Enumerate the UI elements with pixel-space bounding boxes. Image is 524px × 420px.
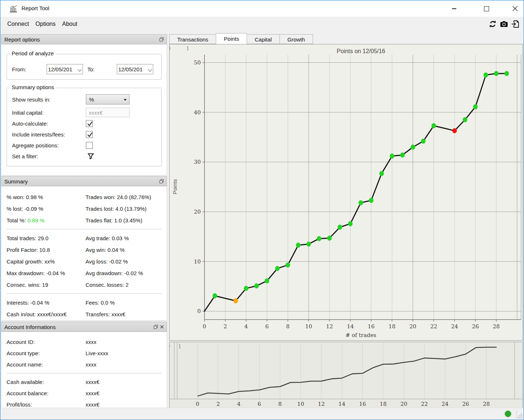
summary-row: Cash in/out: xxxx€/xxxx€Transfers: xxxx€ [1,308,167,320]
svg-text:6: 6 [265,323,269,330]
summary-options-groupbox: Summary options Show results in: % Initi… [7,88,162,166]
close-button[interactable] [507,0,523,17]
summary-body: % won: 0.98 %Trades won: 24.0 (82.76%)% … [1,186,167,321]
svg-text:28: 28 [483,401,490,407]
svg-text:10: 10 [305,323,312,330]
to-label: To: [87,66,117,72]
initial-capital-field[interactable]: xxxx€ [86,108,130,117]
divider [7,373,162,373]
window-title: Report Tool [21,5,49,11]
trade-marker-win [369,198,374,203]
checkmark-icon [86,131,94,139]
summary-row: Total %: 0.89 %Trades flat: 1.0 (3.45%) [1,214,167,226]
float-panel-button[interactable] [159,179,164,183]
trade-marker-win [327,235,332,241]
points-chart-panel: 024681012141618202224262801020304050Poin… [169,44,523,341]
float-panel-button[interactable] [159,37,164,41]
resize-grip[interactable] [518,414,522,418]
period-groupbox: Period of analyze From: 12/05/201 To: 12… [7,54,162,80]
menu-item-options[interactable]: Options [32,17,59,31]
trade-marker-win [338,225,342,230]
toolbar [488,19,520,29]
refresh-button[interactable] [488,19,497,29]
summary-right-cell: Trades lost: 4.0 (13.79%) [86,206,167,212]
svg-text:0: 0 [197,308,201,314]
trade-marker-win [296,242,301,247]
export-button[interactable] [511,19,520,29]
trade-marker-win [317,236,322,241]
maximize-button[interactable] [479,0,495,17]
agregate-positions-row: Agregate positions: [7,140,161,151]
trade-marker-win [463,117,468,122]
statusbar-separator [517,410,517,417]
screenshot-button[interactable] [499,19,509,29]
account-informations-title: Account Informations [4,324,56,330]
summary-row: % won: 0.98 %Trades won: 24.0 (82.76%) [1,191,167,203]
statusbar [1,408,523,419]
summary-title: Summary [4,178,28,185]
svg-text:6: 6 [258,401,261,407]
trade-marker-win [400,152,405,158]
menu-item-connect[interactable]: Connect [4,17,32,31]
menu-item-about[interactable]: About [59,17,81,31]
account-row-label: Profit/loss: [1,401,86,408]
report-options-body: Period of analyze From: 12/05/201 To: 12… [1,44,167,175]
tab-capital[interactable]: Capital [247,34,280,44]
account-row-label: Account ID: [1,339,86,345]
points-line [205,74,507,311]
refresh-icon [488,20,497,28]
include-interests-checkbox[interactable] [86,131,93,138]
svg-text:1: 1 [186,45,190,52]
show-results-combobox[interactable]: % [86,94,130,104]
filter-button[interactable] [87,153,94,160]
svg-text:24: 24 [451,323,458,330]
initial-capital-placeholder: xxxx€ [89,110,103,116]
svg-text:10: 10 [194,258,201,265]
svg-text:10: 10 [297,401,304,407]
trade-marker-win [473,104,478,109]
minimize-icon [452,8,456,9]
tab-points[interactable]: Points [216,33,247,44]
content-area: TransactionsPointsCapitalGrowth 02468101… [168,31,524,408]
summary-right-cell: Avg win: 0.04 % [86,247,167,253]
menubar: ConnectOptionsAbout [0,17,524,31]
initial-capital-row: Initial capital: xxxx€ [7,107,161,118]
tab-growth[interactable]: Growth [279,34,313,44]
trade-marker-win [275,266,280,271]
chevron-down-icon [78,67,82,71]
titlebar: Report Tool [0,0,524,17]
tab-transactions[interactable]: Transactions [169,34,216,44]
overview-chart[interactable]: 010246810121416182022242628 [170,342,523,408]
account-row-value: xxxx€ [86,390,99,396]
summary-left-cell: Total trades: 29.0 [1,235,86,241]
connection-status-indicator [505,411,511,417]
summary-header[interactable]: Summary [1,176,167,186]
close-panel-button[interactable] [160,325,164,329]
to-date-combobox[interactable]: 12/05/201 [117,64,153,74]
points-chart[interactable]: 024681012141618202224262801020304050Poin… [170,44,523,340]
svg-text:1: 1 [178,343,182,350]
divider [7,229,162,229]
x-axis-label: # of trades [346,332,377,338]
svg-text:0: 0 [196,401,199,407]
svg-text:8: 8 [286,323,290,330]
minimize-button[interactable] [446,0,462,17]
svg-text:2: 2 [217,401,220,407]
account-row-label: Account name: [1,361,86,368]
trade-marker-win [306,242,311,247]
agregate-positions-checkbox[interactable] [86,142,93,149]
from-date-combobox[interactable]: 12/05/201 [47,64,83,74]
svg-text:50: 50 [194,59,201,66]
svg-text:4: 4 [245,323,248,330]
svg-text:30: 30 [194,159,201,165]
trade-marker-flat [233,298,238,303]
show-results-value: % [89,96,94,103]
report-options-header[interactable]: Report options [1,34,167,44]
include-interests-row: Include interests/fees: [7,129,161,140]
auto-calculate-checkbox[interactable] [86,120,93,127]
account-informations-header[interactable]: Account Informations [1,322,167,332]
trade-marker-win [254,283,259,288]
checkmark-icon [86,120,94,128]
float-panel-button[interactable] [154,325,158,329]
trade-marker-win [348,221,353,226]
